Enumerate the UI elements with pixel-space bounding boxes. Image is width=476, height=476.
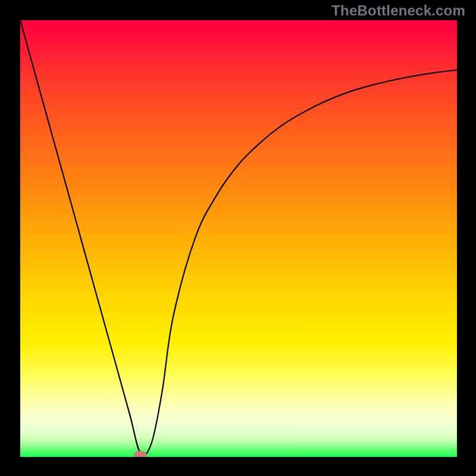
chart-frame: TheBottleneck.com [0, 0, 476, 476]
attribution-text: TheBottleneck.com [331, 2, 465, 19]
plot-area [20, 20, 457, 457]
bottleneck-curve [20, 20, 457, 457]
dip-marker [134, 451, 147, 457]
